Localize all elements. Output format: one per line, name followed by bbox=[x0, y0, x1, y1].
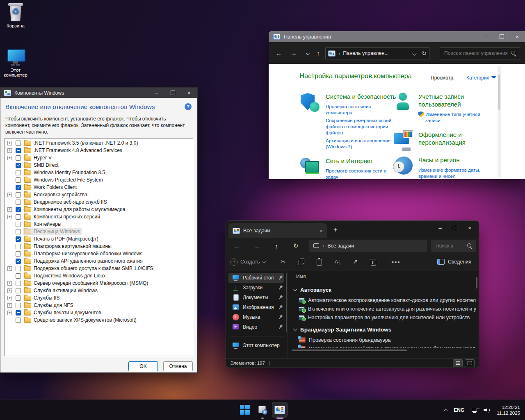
feature-row[interactable]: Windows Identity Foundation 3.5 bbox=[5, 169, 193, 176]
search-box[interactable] bbox=[440, 47, 520, 59]
maximize-button[interactable] bbox=[494, 31, 509, 42]
feature-checkbox[interactable] bbox=[16, 229, 21, 234]
breadcrumb[interactable]: Панель управлен... bbox=[343, 50, 389, 56]
feature-row[interactable]: Службы IIS bbox=[5, 294, 193, 302]
refresh-button[interactable]: ↻ bbox=[290, 240, 302, 252]
expand-icon[interactable] bbox=[7, 296, 12, 300]
task-item[interactable]: Настройка параметров по умолчанию для но… bbox=[288, 313, 476, 322]
cp-task-link[interactable]: Изменение типа учетной записи bbox=[418, 111, 490, 123]
view-by-dropdown[interactable]: Категория bbox=[466, 75, 496, 81]
feature-row[interactable]: Песочница Windows bbox=[5, 228, 193, 235]
feature-checkbox[interactable] bbox=[16, 192, 21, 198]
search-input[interactable] bbox=[435, 243, 465, 249]
scrollbar[interactable] bbox=[498, 66, 501, 177]
sidebar-item-desktop[interactable]: Рабочий стол bbox=[228, 273, 284, 283]
expand-icon[interactable] bbox=[7, 281, 12, 286]
search-box[interactable] bbox=[431, 240, 476, 252]
feature-row[interactable]: Службы для NFS bbox=[5, 302, 193, 309]
group-header[interactable]: Автозапуск bbox=[294, 285, 476, 294]
feature-row[interactable]: Поддержка общего доступа к файлам SMB 1.… bbox=[5, 265, 193, 272]
dialog-titlebar[interactable]: Компоненты Windows – × bbox=[0, 88, 197, 98]
help-icon[interactable]: ? bbox=[185, 103, 192, 110]
delete-button[interactable] bbox=[365, 259, 383, 266]
more-options-button[interactable]: ••• bbox=[387, 259, 405, 266]
feature-checkbox[interactable] bbox=[16, 310, 21, 316]
language-indicator[interactable]: ENG bbox=[454, 407, 464, 413]
expand-icon[interactable] bbox=[7, 303, 12, 308]
search-input[interactable] bbox=[443, 50, 511, 57]
feature-checkbox[interactable] bbox=[16, 266, 21, 271]
sidebar-item-music[interactable]: Музыка bbox=[228, 312, 284, 322]
feature-row[interactable]: .NET Framework 4.8 Advanced Services bbox=[5, 147, 193, 154]
forward-button[interactable]: → bbox=[288, 42, 299, 64]
cp-task-link[interactable]: Сохранение резервных копий файлов с помо… bbox=[326, 117, 397, 136]
cp-task-link[interactable]: Архивация и восстановление (Windows 7) bbox=[326, 137, 397, 150]
feature-checkbox[interactable] bbox=[16, 236, 21, 242]
cp-category-title[interactable]: Учетные записи пользователей bbox=[418, 93, 490, 108]
feature-row[interactable]: Платформа виртуальной машины bbox=[5, 243, 193, 250]
feature-checkbox[interactable] bbox=[16, 185, 21, 190]
tab-all-tasks[interactable]: Все задачи × bbox=[228, 223, 327, 238]
large-icons-view-button[interactable] bbox=[465, 359, 475, 367]
cp-task-link[interactable]: Проверка состояния компьютера bbox=[326, 103, 397, 116]
feature-checkbox[interactable] bbox=[16, 141, 21, 146]
back-button[interactable]: ← bbox=[231, 240, 243, 252]
expand-icon[interactable] bbox=[7, 288, 12, 293]
feature-row[interactable]: Windows Projected File System bbox=[5, 176, 193, 184]
expand-icon[interactable] bbox=[7, 215, 12, 219]
minimize-button[interactable]: – bbox=[433, 222, 447, 234]
back-button[interactable]: ← bbox=[274, 42, 284, 64]
feature-checkbox[interactable] bbox=[16, 251, 21, 257]
details-pane-button[interactable]: Сведения bbox=[437, 259, 479, 265]
feature-row[interactable]: Средство записи XPS-документов (Microsof… bbox=[5, 316, 193, 324]
desktop-icon-recycle-bin[interactable]: ♻ Корзина bbox=[0, 3, 31, 28]
breadcrumb[interactable]: Все задачи bbox=[327, 243, 354, 249]
hidden-icons-button[interactable] bbox=[444, 406, 447, 414]
task-item[interactable]: Проверка состояния брандмауэра bbox=[288, 336, 476, 344]
control-panel-titlebar[interactable]: Панель управления – × bbox=[269, 31, 525, 42]
column-header-name[interactable]: Имя bbox=[296, 274, 306, 279]
up-button[interactable]: ↑ bbox=[313, 42, 324, 64]
share-button[interactable]: ↗ bbox=[347, 258, 365, 266]
feature-checkbox[interactable] bbox=[16, 295, 21, 301]
expand-icon[interactable] bbox=[7, 156, 12, 160]
search-icon[interactable] bbox=[511, 51, 516, 56]
group-header[interactable]: Брандмауэр Защитника Windows bbox=[294, 325, 476, 334]
feature-row[interactable]: Сервер очереди сообщений Майкрософт (MSM… bbox=[5, 279, 193, 287]
feature-checkbox[interactable] bbox=[16, 214, 21, 220]
feature-checkbox[interactable] bbox=[16, 207, 21, 212]
close-button[interactable]: × bbox=[509, 31, 525, 42]
rename-button[interactable]: A| bbox=[329, 259, 347, 265]
sidebar-item-downloads[interactable]: Загрузки bbox=[228, 283, 284, 293]
sidebar-item-pictures[interactable]: Изображения bbox=[228, 302, 284, 312]
copy-button[interactable] bbox=[292, 259, 310, 265]
cp-task-link[interactable]: Просмотр состояния сети и задач bbox=[326, 168, 397, 179]
maximize-button[interactable] bbox=[164, 88, 181, 98]
scrollbar-thumb[interactable] bbox=[498, 75, 500, 110]
feature-checkbox[interactable] bbox=[16, 244, 21, 249]
maximize-button[interactable] bbox=[447, 222, 462, 234]
feature-row[interactable]: Печать в PDF (Майкрософт) bbox=[5, 235, 193, 243]
cut-button[interactable]: ✂ bbox=[274, 258, 292, 266]
feature-row[interactable]: Служба активации Windows bbox=[5, 287, 193, 294]
cp-category-title[interactable]: Оформление и персонализация bbox=[418, 131, 490, 146]
close-button[interactable]: × bbox=[462, 222, 477, 234]
features-list[interactable]: .NET Framework 3.5 (включает .NET 2.0 и … bbox=[5, 138, 193, 356]
feature-row[interactable]: Work Folders Client bbox=[5, 184, 193, 191]
start-button[interactable] bbox=[237, 402, 253, 418]
feature-row[interactable]: Поддержка API удаленного разностного сжа… bbox=[5, 257, 193, 265]
feature-checkbox[interactable] bbox=[16, 303, 21, 308]
feature-checkbox[interactable] bbox=[16, 222, 21, 227]
feature-checkbox[interactable] bbox=[16, 163, 21, 168]
new-tab-button[interactable]: + bbox=[333, 226, 338, 234]
ok-button[interactable]: OK bbox=[128, 361, 158, 371]
paste-button[interactable] bbox=[310, 258, 329, 266]
refresh-icon[interactable]: ↻ bbox=[422, 50, 427, 57]
feature-row[interactable]: Подсистема Windows для Linux bbox=[5, 272, 193, 279]
forward-button[interactable]: → bbox=[251, 240, 263, 252]
feature-row[interactable]: Внедряемое веб-ядро служб IIS bbox=[5, 198, 193, 206]
feature-row[interactable]: Платформа низкоуровневой оболочки Window… bbox=[5, 250, 193, 257]
feature-checkbox[interactable] bbox=[16, 288, 21, 293]
history-dropdown-icon[interactable] bbox=[302, 42, 313, 64]
sidebar-scrollbar[interactable] bbox=[286, 273, 287, 332]
